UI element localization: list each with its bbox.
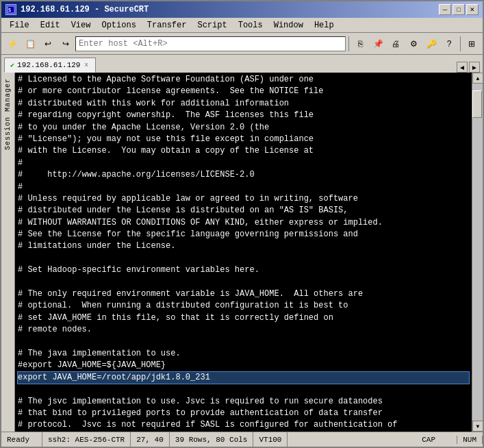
main-window: S 192.168.61.129 - SecureCRT ─ □ ✕ File …	[0, 0, 484, 448]
scroll-thumb[interactable]	[472, 90, 482, 118]
maximize-button[interactable]: □	[453, 4, 465, 15]
menu-transfer[interactable]: Transfer	[142, 19, 192, 32]
menu-options[interactable]: Options	[96, 19, 141, 32]
terminal-line: # "License"); you may not use this file …	[18, 134, 469, 145]
toolbar-key-btn[interactable]: 🔑	[423, 36, 440, 52]
tab-nav-prev[interactable]: ◄	[457, 62, 468, 73]
terminal-line: # limitations under the License.	[18, 240, 469, 252]
active-tab[interactable]: ✔ 192.168.61.129 x	[4, 58, 96, 73]
toolbar-extra-btn[interactable]: ⊞	[463, 36, 480, 52]
terminal-line: # distributed with this work for additio…	[18, 98, 469, 110]
terminal-line	[18, 253, 469, 264]
menu-window[interactable]: Window	[268, 19, 309, 32]
address-input[interactable]	[79, 39, 342, 49]
window-title: 192.168.61.129 - SecureCRT	[21, 5, 149, 14]
terminal-line: export JAVA_HOME=/root/app/jdk1.8.0_231	[18, 372, 469, 384]
status-dimensions: 39 Rows, 80 Cols	[170, 432, 254, 447]
menu-script[interactable]: Script	[192, 19, 232, 32]
status-bar: Ready ssh2: AES-256-CTR 27, 40 39 Rows, …	[1, 432, 483, 447]
session-manager-label: Session Manager	[4, 73, 12, 155]
status-encryption: ssh2: AES-256-CTR	[42, 432, 131, 447]
toolbar-copy-btn[interactable]: ⎘	[352, 36, 368, 52]
terminal-line	[18, 277, 469, 288]
terminal-line: # regarding copyright ownership. The ASF…	[18, 110, 469, 121]
terminal-text: # Licensed to the Apache Software Founda…	[18, 74, 469, 432]
terminal-container[interactable]: # Licensed to the Apache Software Founda…	[15, 73, 472, 432]
menu-help[interactable]: Help	[309, 19, 340, 32]
svg-text:S: S	[8, 8, 11, 13]
toolbar: ⚡ 📋 ↩ ↪ ⎘ 📌 🖨 ⚙ 🔑 ? ⊞	[1, 33, 483, 55]
terminal-line: # protocol. Jsvc is not required if SASL…	[18, 419, 469, 431]
terminal-line: #	[18, 182, 469, 193]
terminal-line	[18, 336, 469, 348]
terminal-line: #	[18, 158, 469, 169]
minimize-button[interactable]: ─	[439, 4, 451, 15]
title-bar: S 192.168.61.129 - SecureCRT ─ □ ✕	[1, 1, 483, 18]
terminal-line: # to you under the Apache License, Versi…	[18, 122, 469, 134]
vertical-scrollbar[interactable]: ▲ ▼	[472, 73, 483, 432]
toolbar-print-btn[interactable]: 🖨	[387, 36, 404, 52]
status-caps: CAP	[416, 436, 457, 444]
terminal-line: # The only required environment variable…	[18, 288, 469, 300]
tab-nav: ◄ ►	[457, 62, 480, 73]
toolbar-settings-btn[interactable]: ⚙	[405, 36, 422, 52]
terminal-line: # that bind to privileged ports to provi…	[18, 408, 469, 419]
terminal-line: # See the License for the specific langu…	[18, 229, 469, 240]
address-bar[interactable]	[75, 36, 346, 51]
terminal-line: # Licensed to the Apache Software Founda…	[18, 74, 469, 86]
scroll-up-btn[interactable]: ▲	[472, 73, 483, 84]
menu-edit[interactable]: Edit	[35, 19, 66, 32]
status-cursor: 27, 40	[131, 432, 170, 447]
toolbar-help-btn[interactable]: ?	[441, 36, 457, 52]
menu-view[interactable]: View	[66, 19, 97, 32]
terminal-line: # The jsvc implementation to use. Jsvc i…	[18, 396, 469, 408]
title-bar-controls: ─ □ ✕	[439, 4, 479, 15]
tab-label: 192.168.61.129	[17, 61, 80, 69]
toolbar-btn-2[interactable]: 📋	[22, 36, 38, 52]
status-ready: Ready	[1, 432, 42, 447]
terminal-line: # http://www.apache.org/licenses/LICENSE…	[18, 169, 469, 181]
terminal-line: # WITHOUT WARRANTIES OR CONDITIONS OF AN…	[18, 217, 469, 229]
separator-1	[348, 36, 349, 51]
toolbar-paste-btn[interactable]: 📌	[370, 36, 386, 52]
tab-nav-next[interactable]: ►	[469, 62, 480, 73]
tab-bar: ✔ 192.168.61.129 x ◄ ►	[1, 55, 483, 73]
title-bar-left: S 192.168.61.129 - SecureCRT	[5, 4, 149, 15]
scroll-down-btn[interactable]: ▼	[472, 421, 483, 432]
session-sidebar: Session Manager	[1, 73, 15, 432]
tab-close-btn[interactable]: x	[83, 62, 89, 69]
tab-status-dot: ✔	[10, 61, 14, 69]
status-terminal-type: VT100	[253, 432, 288, 447]
scroll-track[interactable]	[472, 84, 483, 421]
app-icon: S	[5, 4, 16, 15]
menu-file[interactable]: File	[4, 19, 35, 32]
main-area: Session Manager # Licensed to the Apache…	[1, 73, 483, 432]
terminal-line: # Set Hadoop-specific environment variab…	[18, 264, 469, 276]
toolbar-btn-3[interactable]: ↩	[40, 36, 56, 52]
terminal-line: # set JAVA_HOME in this file, so that it…	[18, 312, 469, 324]
terminal-line: # with the License. You may obtain a cop…	[18, 145, 469, 157]
terminal-line: # distributed under the License is distr…	[18, 205, 469, 216]
separator-2	[460, 36, 461, 51]
terminal-line: # Unless required by applicable law or a…	[18, 193, 469, 205]
terminal-content[interactable]: # Licensed to the Apache Software Founda…	[15, 73, 472, 432]
status-num: NUM	[457, 436, 483, 444]
menu-bar: File Edit View Options Transfer Script T…	[1, 18, 483, 33]
close-button[interactable]: ✕	[466, 4, 479, 15]
terminal-line: #export JAVA_HOME=${JAVA_HOME}	[18, 360, 469, 371]
terminal-wrapper: # Licensed to the Apache Software Founda…	[15, 73, 483, 432]
status-right: CAP NUM	[416, 436, 483, 444]
terminal-line: # The java implementation to use.	[18, 348, 469, 360]
terminal-line	[18, 384, 469, 395]
terminal-line: # remote nodes.	[18, 324, 469, 336]
terminal-line: # optional. When running a distributed c…	[18, 300, 469, 312]
toolbar-btn-1[interactable]: ⚡	[4, 36, 21, 52]
terminal-line: # or more contributor license agreements…	[18, 86, 469, 97]
menu-tools[interactable]: Tools	[233, 19, 268, 32]
toolbar-btn-4[interactable]: ↪	[58, 36, 74, 52]
